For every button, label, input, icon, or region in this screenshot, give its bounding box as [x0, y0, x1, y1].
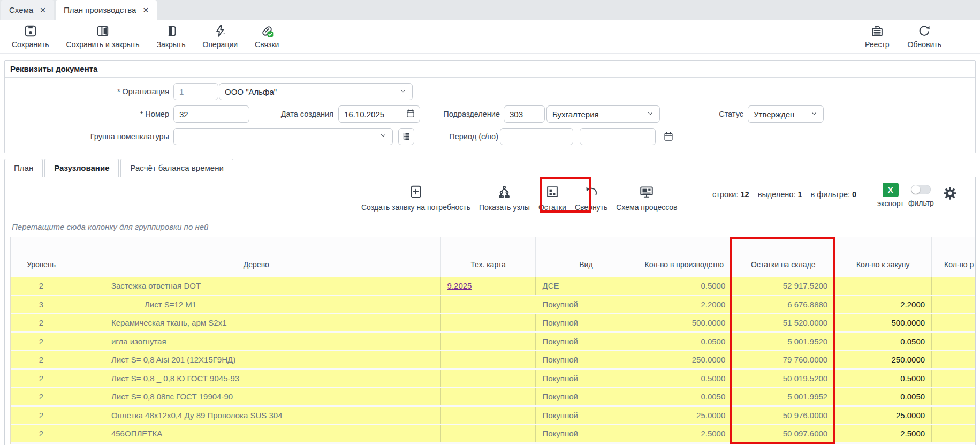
in-filter-counter: в фильтре: 0: [811, 190, 857, 199]
organization-value: ООО "Альфа": [225, 87, 277, 96]
filter-toggle[interactable]: фильтр: [908, 185, 934, 207]
cell-qty_r: [932, 296, 976, 313]
department-code-field[interactable]: [504, 105, 545, 123]
registry-button[interactable]: Реестр: [865, 24, 890, 49]
cell-qty_purchase: 500.0000: [834, 314, 932, 331]
cell-kind: Покупной: [536, 425, 636, 442]
cell-stock: 5 001.9520: [732, 333, 834, 350]
cell-qty_r: [932, 314, 976, 331]
settings-button[interactable]: [943, 186, 958, 203]
show-nodes-button[interactable]: Показать узлы: [479, 182, 530, 212]
cell-stock: 51 520.0000: [732, 314, 834, 331]
department-value: Бухгалтерия: [552, 110, 599, 119]
period-from-field[interactable]: [500, 128, 573, 145]
operations-button[interactable]: Операции: [203, 24, 238, 49]
table-row[interactable]: 2игла изогнутаяПокупной0.05005 001.95200…: [11, 333, 976, 352]
cell-level: 2: [11, 314, 72, 331]
table-row[interactable]: 2Лист S= 0,8 08пс ГОСТ 19904-90Покупной0…: [11, 388, 976, 407]
table-row[interactable]: 2456ОПЛЕТКАПокупной2.500050 097.60002.50…: [11, 425, 976, 444]
cell-kind: Покупной: [536, 388, 636, 405]
column-header-tree[interactable]: Дерево: [72, 237, 441, 277]
tab-label: Расчёт баланса времени: [130, 163, 223, 172]
refresh-button[interactable]: Обновить: [908, 24, 941, 49]
column-header-stock[interactable]: Остатки на складе: [732, 237, 834, 277]
undo-arrow-icon: [584, 185, 598, 200]
cell-qty_r: [932, 425, 976, 442]
cell-level: 2: [11, 333, 72, 350]
create-request-button[interactable]: Создать заявку на потребность: [361, 182, 470, 212]
cell-tech_card: 9.2025: [441, 277, 536, 295]
document-requisites-panel: Реквизиты документа * Организация ООО "А…: [4, 60, 976, 153]
status-select[interactable]: Утвержден: [748, 105, 824, 123]
tab-time-balance[interactable]: Расчёт баланса времени: [120, 159, 233, 177]
stocks-button[interactable]: Остатки: [538, 182, 566, 212]
window-tab-bar: Схема ✕ План производства ✕: [0, 0, 980, 20]
cell-level: 2: [11, 388, 72, 405]
toggle-switch[interactable]: [911, 185, 931, 194]
group-by-strip[interactable]: Перетащите сюда колонку для группировки …: [5, 217, 975, 237]
link-check-icon: [260, 24, 275, 38]
cell-qty_purchase: 0.0500: [834, 333, 932, 350]
registry-label: Реестр: [865, 40, 890, 49]
cell-qty_r: [932, 351, 976, 368]
column-header-qty_production[interactable]: Кол-во в производство: [636, 237, 732, 277]
cell-kind: Покупной: [536, 314, 636, 331]
cell-qty_production: 0.5000: [636, 370, 732, 387]
nomenclature-group-code: [174, 129, 217, 145]
organization-select[interactable]: ООО "Альфа": [219, 83, 413, 100]
column-header-tech_card[interactable]: Тех. карта: [441, 237, 536, 277]
links-button[interactable]: Связки: [255, 24, 279, 49]
period-label: Период (с/по): [379, 128, 498, 145]
period-to-field[interactable]: [580, 128, 656, 145]
window-tab-schema[interactable]: Схема ✕: [1, 0, 54, 20]
nomenclature-group-select[interactable]: [173, 128, 393, 145]
save-and-close-icon: [96, 24, 110, 38]
table-row[interactable]: 2Лист S= 0,8 Aisi 201 (12Х15Г9НД)Покупно…: [11, 351, 976, 370]
tech-card-link[interactable]: 9.2025: [447, 281, 472, 290]
cell-stock: 6 676.8880: [732, 296, 834, 313]
cell-kind: ДСЕ: [536, 277, 636, 295]
status-value: Утвержден: [754, 110, 794, 119]
tab-label: Разузлование: [54, 163, 109, 172]
collapse-button[interactable]: Свернуть: [575, 182, 607, 212]
close-button[interactable]: Закрыть: [157, 24, 186, 49]
table-row[interactable]: 2Оплётка 48х12х0,4 Ду 89 Проволока SUS 3…: [11, 407, 976, 426]
excel-icon: X: [883, 183, 899, 197]
save-and-close-button[interactable]: Сохранить и закрыть: [66, 24, 140, 49]
chevron-down-icon: [399, 87, 407, 96]
table-row[interactable]: 2Лист S= 0,8 _ 0,8 Ю ГОСТ 9045-93Покупно…: [11, 370, 976, 389]
table-row[interactable]: 3Лист S=12 М1Покупной2.20006 676.88802.2…: [11, 296, 976, 315]
panel-title: Реквизиты документа: [5, 61, 975, 78]
table-row[interactable]: 2Керамическая ткань, арм S2x1Покупной500…: [11, 314, 976, 333]
view-tab-bar: План Разузлование Расчёт баланса времени: [4, 159, 233, 177]
tab-plan[interactable]: План: [4, 159, 43, 177]
create-request-label: Создать заявку на потребность: [361, 203, 470, 212]
save-label: Сохранить: [12, 40, 49, 49]
save-icon: [24, 24, 37, 38]
process-schema-label: Схема процессов: [616, 203, 677, 212]
group-by-hint: Перетащите сюда колонку для группировки …: [5, 217, 975, 237]
close-icon[interactable]: ✕: [142, 6, 149, 14]
cell-level: 2: [11, 277, 72, 295]
period-calendar-button[interactable]: [662, 128, 675, 145]
process-schema-button[interactable]: Схема процессов: [616, 182, 677, 212]
data-grid: УровеньДеревоТех. картаВидКол-во в произ…: [10, 237, 976, 444]
save-button[interactable]: Сохранить: [12, 24, 49, 49]
column-header-qty_purchase[interactable]: Кол-во к закупу: [834, 237, 932, 277]
window-tab-production-plan[interactable]: План производства ✕: [56, 0, 157, 20]
export-excel-button[interactable]: X экспорт: [877, 183, 904, 208]
organization-code-field[interactable]: [173, 83, 218, 100]
cell-stock: 50 019.5200: [732, 370, 834, 387]
table-row[interactable]: 2Застежка ответная DOT9.2025ДСЕ0.500052 …: [11, 277, 976, 296]
column-header-level[interactable]: Уровень: [11, 237, 72, 277]
organization-label: * Организация: [58, 83, 169, 100]
column-header-qty_r[interactable]: Кол-во р: [932, 237, 976, 277]
cell-stock: 52 917.5200: [732, 277, 834, 295]
tab-razuzlovanie[interactable]: Разузлование: [44, 159, 119, 177]
cell-kind: Покупной: [536, 351, 636, 368]
operations-label: Операции: [203, 40, 238, 49]
department-select[interactable]: Бухгалтерия: [546, 105, 660, 123]
show-nodes-label: Показать узлы: [479, 203, 530, 212]
close-icon[interactable]: ✕: [40, 6, 46, 14]
column-header-kind[interactable]: Вид: [536, 237, 636, 277]
